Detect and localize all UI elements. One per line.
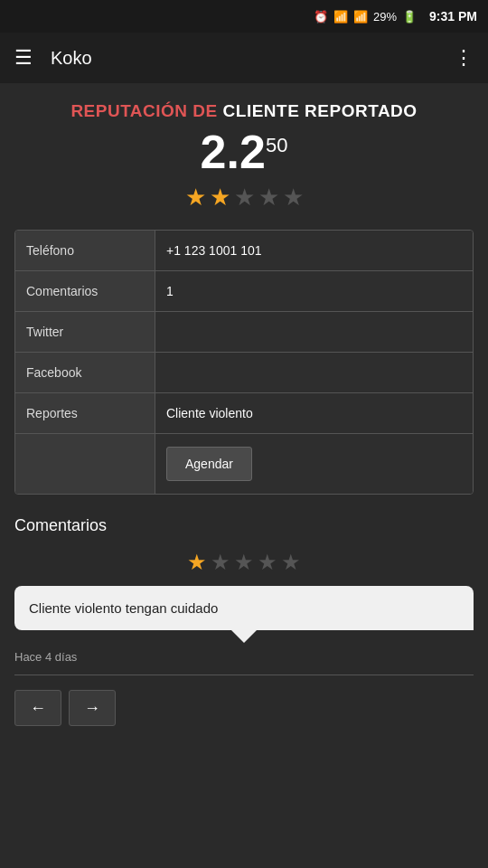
comment-star-4: ★ bbox=[258, 550, 277, 575]
reputation-type: CLIENTE REPORTADO bbox=[223, 101, 418, 120]
menu-icon[interactable]: ☰ bbox=[14, 46, 33, 70]
main-content: REPUTACIÓN DE CLIENTE REPORTADO 2.250 ★ … bbox=[0, 83, 488, 744]
next-button[interactable]: → bbox=[69, 690, 116, 726]
agendar-button[interactable]: Agendar bbox=[166, 447, 252, 481]
facebook-label: Facebook bbox=[15, 353, 155, 392]
comments-count-value: 1 bbox=[155, 271, 473, 311]
status-icons: ⏰ 📶 📶 29% 🔋 9:31 PM bbox=[314, 9, 477, 24]
status-bar: ⏰ 📶 📶 29% 🔋 9:31 PM bbox=[0, 0, 488, 33]
alarm-icon: ⏰ bbox=[314, 10, 328, 24]
agendar-row: Agendar bbox=[15, 434, 473, 494]
comment-star-2: ★ bbox=[211, 550, 230, 575]
star-3: ★ bbox=[234, 184, 255, 212]
app-bar: ☰ Koko ⋮ bbox=[0, 33, 488, 83]
reputation-title: REPUTACIÓN DE CLIENTE REPORTADO bbox=[14, 101, 474, 121]
star-5: ★ bbox=[283, 184, 304, 212]
comment-text: Cliente violento tengan cuidado bbox=[29, 600, 218, 616]
comment-timestamp: Hace 4 días bbox=[14, 650, 474, 664]
comments-title: Comentarios bbox=[14, 516, 474, 535]
prev-button[interactable]: ← bbox=[14, 690, 61, 726]
more-options-icon[interactable]: ⋮ bbox=[454, 46, 474, 70]
comment-star-1: ★ bbox=[187, 550, 207, 575]
reports-value: Cliente violento bbox=[155, 393, 473, 433]
comments-section: Comentarios ★ ★ ★ ★ ★ Cliente violento t… bbox=[14, 516, 474, 726]
star-2: ★ bbox=[210, 184, 230, 212]
rating-display: 2.250 bbox=[14, 127, 474, 178]
comment-star-3: ★ bbox=[234, 550, 254, 575]
battery-icon: 🔋 bbox=[402, 10, 417, 24]
twitter-label: Twitter bbox=[15, 312, 155, 352]
comment-bubble: Cliente violento tengan cuidado bbox=[14, 586, 474, 630]
agendar-cell: Agendar bbox=[155, 434, 473, 494]
comment-star-5: ★ bbox=[281, 550, 301, 575]
next-arrow-icon: → bbox=[84, 699, 100, 718]
comment-rating-stars: ★ ★ ★ ★ ★ bbox=[14, 550, 474, 575]
reputation-header: REPUTACIÓN DE CLIENTE REPORTADO 2.250 ★ … bbox=[14, 101, 474, 212]
rating-number: 2.250 bbox=[201, 126, 288, 178]
divider bbox=[14, 675, 474, 675]
agendar-label bbox=[15, 434, 155, 494]
facebook-value bbox=[155, 353, 473, 392]
phone-row: Teléfono +1 123 1001 101 bbox=[15, 231, 473, 271]
comments-count-row: Comentarios 1 bbox=[15, 271, 473, 312]
reputation-label: REPUTACIÓN DE bbox=[70, 101, 217, 120]
battery-label: 29% bbox=[373, 10, 397, 24]
star-1: ★ bbox=[185, 184, 206, 212]
comments-count-label: Comentarios bbox=[15, 271, 155, 311]
signal-icon: 📶 bbox=[353, 10, 368, 24]
phone-label: Teléfono bbox=[15, 231, 155, 270]
reports-label: Reportes bbox=[15, 393, 155, 433]
facebook-row: Facebook bbox=[15, 353, 473, 393]
star-4: ★ bbox=[258, 184, 279, 212]
rating-stars: ★ ★ ★ ★ ★ bbox=[14, 184, 474, 212]
status-time: 9:31 PM bbox=[429, 9, 477, 24]
info-table: Teléfono +1 123 1001 101 Comentarios 1 T… bbox=[14, 230, 474, 495]
twitter-row: Twitter bbox=[15, 312, 473, 353]
phone-value: +1 123 1001 101 bbox=[155, 231, 473, 270]
reports-row: Reportes Cliente violento bbox=[15, 393, 473, 434]
twitter-value bbox=[155, 312, 473, 352]
wifi-icon: 📶 bbox=[333, 10, 348, 24]
prev-arrow-icon: ← bbox=[30, 699, 46, 718]
app-title: Koko bbox=[51, 48, 454, 69]
navigation-arrows: ← → bbox=[14, 690, 474, 726]
